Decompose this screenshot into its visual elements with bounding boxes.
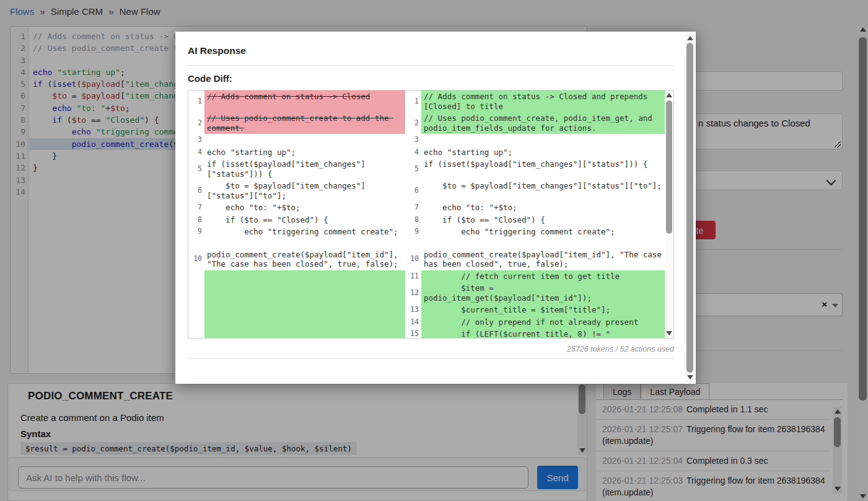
modal-title: AI Response (188, 45, 674, 56)
diff-line-number-left (188, 304, 204, 316)
diff-row: 6 $to = $payload["item_changes"]["status… (188, 180, 665, 202)
diff-code-right: // Adds comment on status -> Closed and … (421, 91, 665, 112)
diff-line-number-left (188, 282, 204, 304)
diff-row: 8 if ($to == "Closed") {8 if ($to == "Cl… (188, 214, 665, 226)
code-diff-panel: 1// Adds comment on status -> Closed1// … (188, 90, 674, 339)
diff-code-right: // Uses podio_comment_create, podio_item… (421, 112, 665, 134)
diff-rows: 1// Adds comment on status -> Closed1// … (188, 91, 665, 338)
diff-row: 15 if (LEFT($current_title, 8) != " (188, 328, 665, 338)
diff-code-right: if (LEFT($current_title, 8) != " (421, 328, 665, 338)
diff-line-number-left: 4 (188, 146, 204, 159)
diff-line-number-right: 15 (405, 328, 421, 338)
diff-line-number-left: 3 (188, 134, 204, 146)
diff-code-left (204, 134, 405, 146)
diff-line-number-right: 6 (405, 180, 421, 202)
diff-line-number-right: 3 (405, 134, 421, 146)
diff-line-number-left: 7 (188, 202, 204, 214)
diff-line-number-right: 10 (405, 249, 421, 270)
code-diff-label: Code Diff: (188, 73, 674, 84)
diff-row (188, 238, 665, 249)
diff-line-number-left (188, 238, 204, 249)
diff-code-right: echo "starting up"; (421, 146, 665, 159)
diff-code-left (204, 328, 405, 338)
diff-line-number-right: 5 (405, 158, 421, 180)
diff-code-left (204, 238, 405, 246)
diff-line-number-right: 2 (405, 112, 421, 134)
diff-row: 2// Uses podio_comment_create to add the… (188, 112, 665, 134)
diff-line-number-right: 1 (405, 91, 421, 112)
diff-row: 12 $item = podio_item_get($payload["item… (188, 282, 665, 304)
diff-line-number-right: 11 (405, 270, 421, 283)
diff-line-number-left: 8 (188, 214, 204, 226)
diff-code-left (204, 282, 405, 304)
token-usage-note: 25726 tokens / 52 actions used (188, 345, 674, 353)
diff-code-left: podio_comment_create($payload["item_id"]… (204, 249, 405, 270)
modal-footer-divider (188, 358, 674, 359)
diff-line-number-right: 7 (405, 202, 421, 214)
scroll-up-icon[interactable] (666, 93, 672, 97)
diff-code-left (204, 316, 405, 329)
diff-line-number-right: 13 (405, 304, 421, 316)
diff-code-left: if ($to == "Closed") { (204, 214, 405, 226)
diff-code-right: if ($to == "Closed") { (421, 214, 665, 226)
ai-response-modal: AI Response Code Diff: 1// Adds comment … (175, 32, 696, 384)
diff-line-number-right: 9 (405, 226, 421, 238)
diff-row: 5if (isset($payload["item_changes"]["sta… (188, 158, 665, 180)
diff-code-left: echo "to: "+$to; (204, 202, 405, 214)
diff-row: 33 (188, 134, 665, 146)
modal-scrollbar-thumb[interactable] (686, 43, 693, 373)
diff-row: 10podio_comment_create($payload["item_id… (188, 249, 665, 270)
modal-scrollbar[interactable] (685, 33, 695, 382)
diff-line-number-left: 6 (188, 180, 204, 202)
diff-line-number-left: 1 (188, 91, 204, 112)
diff-code-left: echo "starting up"; (204, 146, 405, 159)
diff-line-number-right: 8 (405, 214, 421, 226)
diff-line-number-right: 14 (405, 316, 421, 329)
diff-line-number-right (405, 238, 421, 249)
diff-scrollbar[interactable] (665, 91, 673, 338)
diff-line-number-left: 2 (188, 112, 204, 134)
diff-code-right: $item = podio_item_get($payload["item_id… (421, 282, 665, 304)
diff-code-right (421, 134, 665, 146)
diff-code-left: $to = $payload["item_changes"]["status"]… (204, 180, 405, 202)
diff-row: 14 // only prepend if not already presen… (188, 316, 665, 329)
diff-code-left: if (isset($payload["item_changes"]["stat… (204, 158, 405, 180)
diff-line-number-left (188, 328, 204, 338)
diff-code-right (421, 238, 665, 246)
scroll-down-icon[interactable] (666, 331, 672, 335)
diff-code-left (204, 304, 405, 316)
diff-line-number-right: 4 (405, 146, 421, 159)
diff-code-right: podio_comment_create($payload["item_id"]… (421, 249, 665, 270)
diff-scrollbar-thumb[interactable] (666, 100, 672, 234)
modal-divider (188, 65, 674, 66)
diff-code-right: $current_title = $item["title"]; (421, 304, 665, 316)
diff-row: 1// Adds comment on status -> Closed1// … (188, 91, 665, 112)
diff-row: 4echo "starting up";4echo "starting up"; (188, 146, 665, 159)
diff-code-right: // fetch current item to get title (421, 270, 665, 283)
diff-line-number-left: 10 (188, 249, 204, 270)
diff-line-number-left: 5 (188, 158, 204, 180)
diff-code-left: // Adds comment on status -> Closed (204, 91, 405, 112)
diff-row: 11 // fetch current item to get title (188, 270, 665, 283)
diff-line-number-left (188, 316, 204, 329)
diff-code-right: echo "triggering comment create"; (421, 226, 665, 238)
diff-row: 7 echo "to: "+$to;7 echo "to: "+$to; (188, 202, 665, 214)
diff-line-number-right: 12 (405, 282, 421, 304)
diff-code-right: // only prepend if not already present (421, 316, 665, 329)
diff-line-number-left (188, 270, 204, 283)
diff-code-right: $to = $payload["item_changes"]["status"]… (421, 180, 665, 202)
diff-code-right: if (isset($payload["item_changes"]["stat… (421, 158, 665, 180)
diff-code-left: // Uses podio_comment_create to add the … (204, 112, 405, 134)
scroll-down-icon[interactable] (687, 375, 693, 379)
diff-row: 13 $current_title = $item["title"]; (188, 304, 665, 316)
diff-code-left: echo "triggering comment create"; (204, 226, 405, 238)
diff-code-left (204, 270, 405, 283)
diff-code-right: echo "to: "+$to; (421, 202, 665, 214)
diff-row: 9 echo "triggering comment create";9 ech… (188, 226, 665, 238)
diff-line-number-left: 9 (188, 226, 204, 238)
scroll-up-icon[interactable] (687, 36, 693, 40)
